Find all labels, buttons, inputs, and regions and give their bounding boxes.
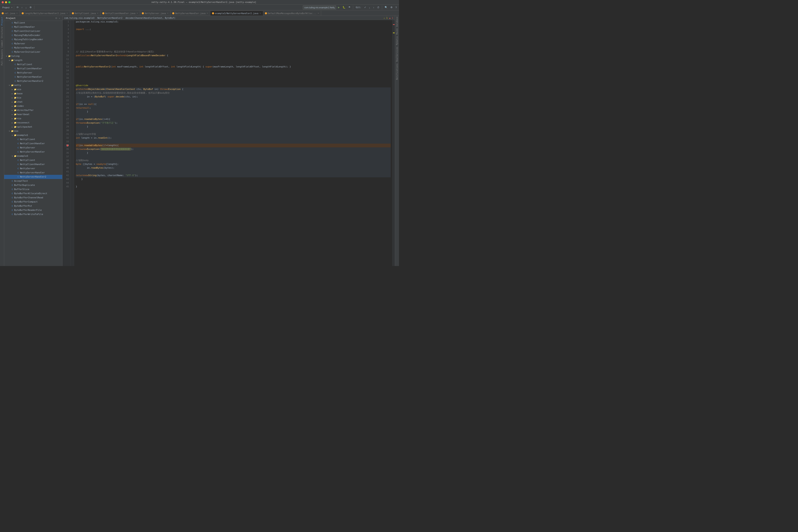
code-line-38[interactable]: //读取body	[76, 158, 391, 162]
tab-close-clienthandler[interactable]: ×	[136, 12, 138, 14]
code-line-33[interactable]	[76, 140, 391, 144]
tab-close-client[interactable]: ×	[97, 12, 99, 14]
notifications-strip-label[interactable]: Notifications	[395, 63, 398, 80]
project-dropdown[interactable]: Project	[1, 6, 11, 9]
code-line-37[interactable]	[76, 155, 391, 158]
help-btn[interactable]: ?	[394, 6, 398, 9]
database-strip-label[interactable]: Database	[395, 16, 398, 27]
code-line-43[interactable]: }	[76, 177, 391, 181]
tree-item-13[interactable]: CNettyServerHandler	[4, 75, 62, 79]
code-line-7[interactable]	[76, 42, 391, 46]
tab-close-nel[interactable]: ×	[16, 12, 18, 14]
code-line-17[interactable]	[76, 80, 391, 84]
tree-item-23[interactable]: ▶📁nio	[4, 117, 62, 121]
maven-strip-label[interactable]: Maven	[395, 27, 398, 35]
tree-item-17[interactable]: ▶📁base	[4, 92, 62, 96]
tree-item-32[interactable]: ▼📁example3	[4, 154, 62, 158]
tree-item-16[interactable]: ▶📁aio	[4, 88, 62, 92]
code-line-5[interactable]	[76, 35, 391, 39]
tree-item-45[interactable]: CByteBufferReaderFile	[4, 208, 62, 212]
debug-btn[interactable]: 🐛	[341, 6, 347, 9]
code-line-3[interactable]: import ...;	[76, 27, 391, 31]
tree-item-36[interactable]: CNettyServerHandler	[4, 171, 62, 175]
tree-item-37[interactable]: CNettyServerHandler2	[4, 175, 62, 179]
panel-settings-btn[interactable]: ⚙	[55, 17, 58, 20]
file-tree[interactable]: CMyClientCMyClientHandlerCMyClientInitia…	[4, 21, 62, 266]
tab-close-server[interactable]: ×	[167, 12, 169, 14]
tree-item-12[interactable]: CNettyServer	[4, 71, 62, 75]
code-line-42[interactable]: return new String(bytes, charsetName: "U…	[76, 174, 391, 177]
code-line-34[interactable]: if(in.readableBytes()!=length){	[76, 144, 391, 147]
toolbar-down-btn[interactable]: ↓	[24, 6, 28, 9]
code-line-2[interactable]	[76, 24, 391, 27]
code-line-14[interactable]	[76, 69, 391, 72]
tree-item-38[interactable]: CAcceptTest	[4, 179, 62, 183]
settings-gear-btn[interactable]: ⚙	[389, 6, 394, 9]
tab-serverhandler2-active[interactable]: example3/NettyServerHandler2.java ×	[210, 11, 263, 16]
code-content[interactable]: package com.tuling.nio.example3; import …	[74, 20, 392, 266]
tree-item-11[interactable]: CNettyClientHandler	[4, 66, 62, 71]
code-line-32[interactable]: int length = in.readInt();	[76, 136, 391, 140]
tree-item-26[interactable]: ▼📁nio	[4, 129, 62, 133]
tree-item-2[interactable]: CMyClientInitializer	[4, 29, 62, 33]
tab-clienthandler[interactable]: NettyClientHandler.java ×	[100, 11, 140, 16]
tree-item-9[interactable]: ▼📁length	[4, 58, 62, 62]
code-line-10[interactable]: public class NettyServerHandler2 extends…	[76, 54, 391, 57]
code-line-4[interactable]	[76, 31, 391, 35]
tab-nettyserver[interactable]: NettyServer.java ×	[140, 11, 170, 16]
mybatis-strip-label[interactable]: Mybatis	[395, 35, 398, 46]
code-line-44[interactable]	[76, 181, 391, 185]
git-push-btn[interactable]: ↑	[372, 6, 375, 9]
code-line-41[interactable]	[76, 170, 391, 174]
code-line-30[interactable]	[76, 129, 391, 132]
tree-item-39[interactable]: CBufferDuplicate	[4, 183, 62, 187]
code-line-22[interactable]	[76, 99, 391, 102]
structure-strip-label[interactable]: Structure	[0, 26, 3, 39]
code-line-11[interactable]	[76, 57, 391, 61]
tree-item-10[interactable]: CNettyClient	[4, 62, 62, 66]
tree-item-14[interactable]: CNettyServerHandler2	[4, 79, 62, 83]
code-line-12[interactable]	[76, 61, 391, 65]
tab-serverhandler[interactable]: NettyServerHandler.java ×	[170, 11, 210, 16]
tree-item-29[interactable]: CNettyClientHandler	[4, 141, 62, 146]
code-line-23[interactable]: if(in == null){	[76, 102, 391, 106]
code-line-1[interactable]: package com.tuling.nio.example3;	[76, 20, 391, 24]
breadcrumb-method[interactable]: decode(ChannelHandlerContext, ByteBuf)	[125, 17, 175, 19]
breadcrumb-class[interactable]: NettyServerHandler2	[97, 17, 123, 19]
tree-item-21[interactable]: ▶📁directbuffer	[4, 108, 62, 112]
git-check-btn[interactable]: ✓	[363, 6, 367, 9]
tree-item-7[interactable]: CMyServerInitializer	[4, 50, 62, 54]
tree-item-30[interactable]: CNettyServer	[4, 146, 62, 150]
tab-close-length[interactable]: ×	[66, 12, 68, 14]
code-line-40[interactable]: in.readBytes(bytes);	[76, 166, 391, 170]
tab-defaultmax[interactable]: DefaultMaxMessagesRecvByteBufAlloc... ×	[263, 11, 321, 16]
toolbar-up-btn[interactable]: ↑	[20, 6, 24, 9]
coverage-btn[interactable]: ☂	[347, 6, 352, 9]
code-line-20[interactable]: //在这里调用父类的方法,实现指得到想要的部分,我在这里全部都要, 也可以只要b…	[76, 91, 391, 95]
code-line-45[interactable]: }	[76, 185, 391, 189]
tree-item-34[interactable]: CNettyClientHandler	[4, 162, 62, 167]
tab-nel[interactable]: nel.java ×	[0, 11, 20, 16]
toolbar-settings-btn[interactable]: ⚙	[29, 6, 33, 9]
code-line-18[interactable]: @Override	[76, 84, 391, 88]
tree-item-1[interactable]: CMyClientHandler	[4, 25, 62, 29]
tree-item-43[interactable]: CByteBufferCompact	[4, 200, 62, 204]
minimize-button[interactable]	[5, 1, 7, 3]
breadcrumb-package[interactable]: com.tuling.nio.example3	[64, 17, 94, 19]
tab-length-handler2[interactable]: length/NettyServerHandler2.java ×	[20, 11, 70, 16]
tree-item-28[interactable]: CNettyClient	[4, 137, 62, 141]
run-btn[interactable]: ▶	[337, 6, 341, 9]
code-line-25[interactable]: }	[76, 110, 391, 114]
tree-item-46[interactable]: CByteBufferWriteToFile	[4, 212, 62, 216]
git-update-btn[interactable]: ↓	[368, 6, 371, 9]
tab-close-serverhandler2[interactable]: ×	[259, 12, 261, 14]
toolbar-sync-btn[interactable]: ⟳	[16, 6, 20, 9]
tab-close-serverhandler[interactable]: ×	[206, 12, 208, 14]
tree-item-0[interactable]: CMyClient	[4, 21, 62, 25]
tree-item-27[interactable]: ▼📁example1	[4, 133, 62, 137]
git-history-btn[interactable]: ⏱	[376, 6, 381, 9]
tree-item-42[interactable]: CByteBufferChannelRead	[4, 196, 62, 200]
code-line-8[interactable]	[76, 46, 391, 50]
project-strip-label[interactable]: Project	[0, 16, 3, 26]
tab-close-defaultmax[interactable]: ×	[317, 12, 319, 14]
